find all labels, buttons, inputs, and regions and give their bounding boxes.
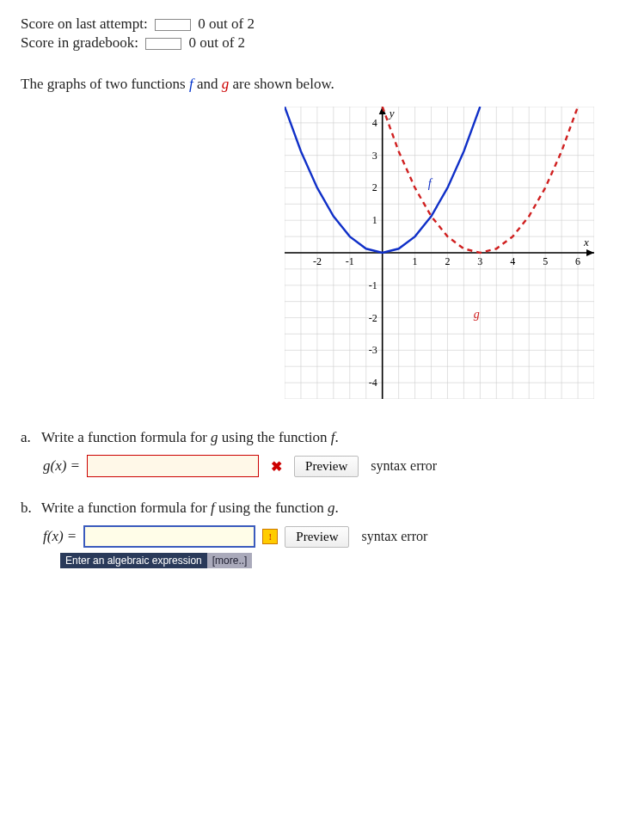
hint-more[interactable]: [more..] bbox=[207, 553, 253, 568]
question-a-letter: a. bbox=[21, 429, 38, 446]
svg-text:5: 5 bbox=[543, 255, 548, 267]
svg-text:f: f bbox=[428, 177, 433, 190]
score-gradebook: Score in gradebook: 0 out of 2 bbox=[21, 34, 611, 52]
question-b-prompt: Write a function formula for f using the… bbox=[41, 500, 339, 516]
question-a: a. Write a function formula for g using … bbox=[21, 429, 611, 477]
function-graph: -2-1123456-4-3-2-11234xyfg bbox=[285, 107, 594, 399]
question-b-letter: b. bbox=[21, 500, 38, 517]
svg-text:g: g bbox=[474, 308, 480, 321]
svg-text:y: y bbox=[388, 107, 395, 120]
svg-text:4: 4 bbox=[372, 117, 377, 129]
svg-text:1: 1 bbox=[372, 214, 377, 226]
wrong-icon: ✖ bbox=[271, 458, 282, 475]
svg-text:-1: -1 bbox=[369, 279, 377, 291]
svg-text:-2: -2 bbox=[369, 312, 377, 324]
svg-text:6: 6 bbox=[575, 255, 580, 267]
hint-text: Enter an algebraic expression bbox=[60, 553, 207, 568]
score-gradebook-label: Score in gradebook: bbox=[21, 34, 138, 51]
svg-text:3: 3 bbox=[372, 150, 377, 162]
f-lhs: f(x) = bbox=[43, 528, 77, 545]
graph-container: -2-1123456-4-3-2-11234xyfg bbox=[21, 107, 611, 403]
score-gradebook-box bbox=[145, 38, 181, 50]
preview-button-a[interactable]: Preview bbox=[294, 456, 359, 477]
score-last-value: 0 out of 2 bbox=[198, 15, 255, 32]
svg-marker-41 bbox=[586, 249, 594, 256]
score-last-attempt: Score on last attempt: 0 out of 2 bbox=[21, 15, 611, 33]
f-input[interactable] bbox=[83, 525, 255, 548]
svg-text:-1: -1 bbox=[346, 255, 354, 267]
preview-button-b[interactable]: Preview bbox=[285, 526, 349, 548]
syntax-error-b: syntax error bbox=[361, 529, 427, 544]
g-label-inline: g bbox=[222, 76, 230, 92]
g-lhs: g(x) = bbox=[43, 457, 80, 475]
svg-text:1: 1 bbox=[413, 255, 418, 267]
svg-text:-2: -2 bbox=[313, 255, 322, 267]
svg-text:2: 2 bbox=[372, 181, 377, 193]
score-last-label: Score on last attempt: bbox=[21, 15, 148, 32]
svg-text:-4: -4 bbox=[369, 377, 377, 389]
svg-text:-3: -3 bbox=[369, 344, 377, 356]
hint-bar: Enter an algebraic expression[more..] bbox=[21, 551, 611, 568]
question-a-prompt: Write a function formula for g using the… bbox=[41, 429, 339, 445]
score-last-box bbox=[155, 19, 191, 31]
intro-text: The graphs of two functions f and g are … bbox=[21, 76, 611, 93]
svg-text:4: 4 bbox=[510, 255, 515, 267]
svg-text:x: x bbox=[583, 236, 589, 248]
svg-text:2: 2 bbox=[445, 255, 450, 267]
warning-icon: ! bbox=[262, 529, 278, 544]
g-input[interactable] bbox=[87, 455, 259, 477]
syntax-error-a: syntax error bbox=[371, 458, 437, 474]
question-b: b. Write a function formula for f using … bbox=[21, 500, 611, 568]
score-gradebook-value: 0 out of 2 bbox=[188, 34, 245, 51]
svg-text:3: 3 bbox=[477, 255, 482, 267]
